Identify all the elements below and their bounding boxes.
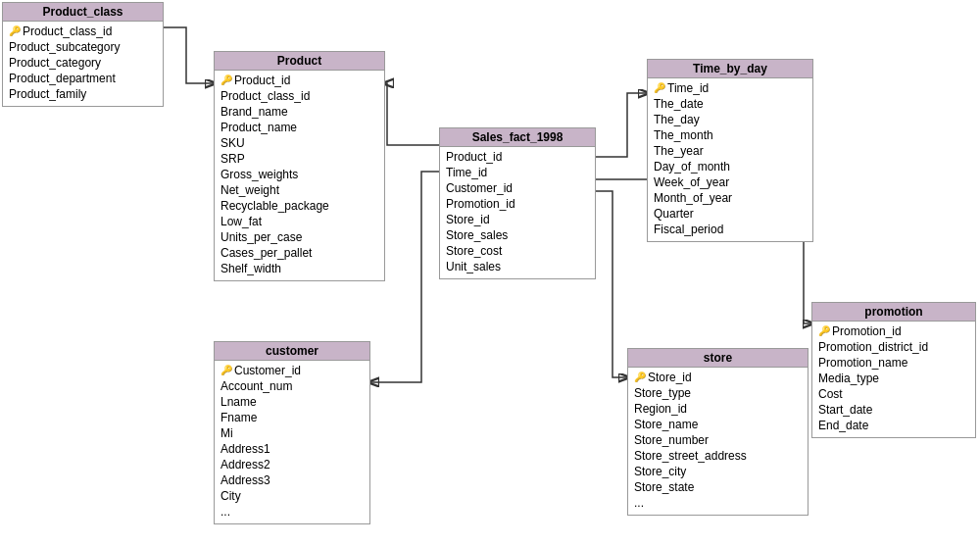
field-name: Product_class_id <box>23 25 112 38</box>
table-product-class: Product_class 🔑 Product_class_id Product… <box>2 2 164 107</box>
field-name: Fiscal_period <box>654 223 723 236</box>
field-name: Store_state <box>634 480 694 494</box>
table-row: Product_name <box>220 120 378 135</box>
conn-salesfact-time <box>596 93 647 157</box>
table-row: 🔑 Product_class_id <box>9 24 157 39</box>
field-name: Product_class_id <box>220 89 310 103</box>
field-name: The_date <box>654 97 704 111</box>
table-customer-body: 🔑 Customer_id Account_num Lname Fname Mi… <box>215 361 369 523</box>
field-name: Store_city <box>634 465 686 478</box>
table-row: Address3 <box>220 472 364 488</box>
field-name: Product_family <box>9 87 86 101</box>
field-name: Unit_sales <box>446 260 501 273</box>
field-name: Store_type <box>634 386 691 400</box>
table-row: Region_id <box>634 401 802 417</box>
field-name: Cases_per_pallet <box>220 246 312 260</box>
field-name: Product_subcategory <box>9 40 120 54</box>
table-product-class-header: Product_class <box>3 3 163 22</box>
table-row: 🔑 Product_id <box>220 73 378 88</box>
table-row: Address2 <box>220 457 364 472</box>
table-time-by-day-body: 🔑 Time_id The_date The_day The_month The… <box>648 78 812 241</box>
pk-icon: 🔑 <box>220 74 232 86</box>
conn-salesfact-product <box>385 83 439 145</box>
table-row: Gross_weights <box>220 167 378 182</box>
table-row: Shelf_width <box>220 261 378 276</box>
table-row: Net_weight <box>220 182 378 198</box>
field-name: Product_id <box>234 74 290 87</box>
field-name: Store_id <box>446 213 490 226</box>
pk-icon: 🔑 <box>9 25 21 37</box>
table-row: Recyclable_package <box>220 198 378 214</box>
table-row: SKU <box>220 135 378 151</box>
field-name: SKU <box>220 136 245 150</box>
field-name: Time_id <box>446 166 487 179</box>
table-row: Time_id <box>446 165 589 180</box>
table-row: Lname <box>220 394 364 410</box>
field-name: Mi <box>220 426 233 440</box>
table-row: 🔑 Customer_id <box>220 363 364 378</box>
field-name: Brand_name <box>220 105 288 119</box>
table-row: Address1 <box>220 441 364 457</box>
field-name: Store_number <box>634 433 709 447</box>
field-name: The_month <box>654 128 713 142</box>
table-row: Brand_name <box>220 104 378 120</box>
field-name: End_date <box>818 419 868 432</box>
table-row: The_month <box>654 127 807 143</box>
field-name: Shelf_width <box>220 262 281 275</box>
field-name: The_day <box>654 113 700 126</box>
field-name: Address1 <box>220 442 270 456</box>
table-row: Product_class_id <box>220 88 378 104</box>
table-row: Week_of_year <box>654 174 807 190</box>
pk-icon: 🔑 <box>818 325 830 337</box>
field-name: Day_of_month <box>654 160 730 174</box>
field-name: Store_name <box>634 418 698 431</box>
table-time-by-day: Time_by_day 🔑 Time_id The_date The_day T… <box>647 59 813 242</box>
field-name: Promotion_id <box>446 197 515 211</box>
table-row: Quarter <box>654 206 807 222</box>
field-name: Cost <box>818 387 843 401</box>
field-name: Low_fat <box>220 215 262 228</box>
field-name: City <box>220 489 241 503</box>
table-row: Store_cost <box>446 243 589 259</box>
table-row: Month_of_year <box>654 190 807 206</box>
table-product-body: 🔑 Product_id Product_class_id Brand_name… <box>215 71 384 280</box>
table-product-header: Product <box>215 52 384 71</box>
field-name: Store_cost <box>446 244 502 258</box>
table-sales-fact: Sales_fact_1998 Product_id Time_id Custo… <box>439 127 596 279</box>
table-row: Fiscal_period <box>654 222 807 237</box>
table-product: Product 🔑 Product_id Product_class_id Br… <box>214 51 385 281</box>
table-promotion-header: promotion <box>812 303 975 322</box>
er-diagram: Product_class 🔑 Product_class_id Product… <box>0 0 980 546</box>
table-row: Day_of_month <box>654 159 807 174</box>
table-row: Store_type <box>634 385 802 401</box>
field-name: Product_name <box>220 121 297 134</box>
table-store-body: 🔑 Store_id Store_type Region_id Store_na… <box>628 368 808 515</box>
table-row: Store_sales <box>446 227 589 243</box>
table-product-class-body: 🔑 Product_class_id Product_subcategory P… <box>3 22 163 106</box>
field-name: Account_num <box>220 379 292 393</box>
table-row: End_date <box>818 418 969 433</box>
table-row: Store_id <box>446 212 589 227</box>
table-row: ... <box>634 495 802 511</box>
table-row: Customer_id <box>446 180 589 196</box>
table-promotion: promotion 🔑 Promotion_id Promotion_distr… <box>811 302 976 438</box>
table-row: Store_street_address <box>634 448 802 464</box>
field-name: Quarter <box>654 207 694 221</box>
field-name: Product_category <box>9 56 101 70</box>
table-store: store 🔑 Store_id Store_type Region_id St… <box>627 348 808 516</box>
field-name: Address3 <box>220 473 270 487</box>
table-row: City <box>220 488 364 504</box>
table-customer: customer 🔑 Customer_id Account_num Lname… <box>214 341 370 524</box>
field-name: Customer_id <box>446 181 513 195</box>
table-sales-fact-header: Sales_fact_1998 <box>440 128 595 147</box>
table-row: Promotion_id <box>446 196 589 212</box>
pk-icon: 🔑 <box>654 82 665 94</box>
table-row: ... <box>220 504 364 520</box>
table-row: The_date <box>654 96 807 112</box>
table-row: Unit_sales <box>446 259 589 274</box>
field-name: Promotion_name <box>818 356 907 370</box>
field-name: Promotion_district_id <box>818 340 928 354</box>
table-row: Fname <box>220 410 364 425</box>
table-row: Promotion_name <box>818 355 969 371</box>
table-time-by-day-header: Time_by_day <box>648 60 812 78</box>
